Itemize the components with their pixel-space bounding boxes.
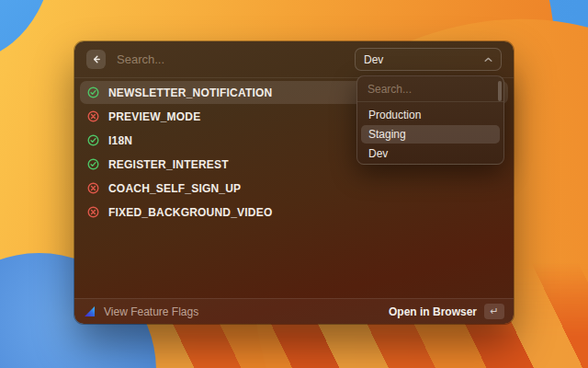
flag-label: PREVIEW_MODE [108, 110, 200, 123]
flag-enabled-check-icon [87, 158, 99, 170]
flag-label: FIXED_BACKGROUND_VIDEO [108, 206, 272, 219]
extension-logo-icon [84, 305, 96, 317]
flag-disabled-cross-icon [87, 206, 99, 218]
arrow-left-icon [91, 54, 101, 64]
chevron-up-icon [484, 57, 492, 63]
flag-enabled-check-icon [87, 86, 99, 98]
flag-label: COACH_SELF_SIGN_UP [108, 182, 241, 195]
feature-flag-row[interactable]: FIXED_BACKGROUND_VIDEO [80, 201, 508, 224]
environment-search-input[interactable]: Search... [357, 76, 503, 102]
extension-name-label: View Feature Flags [104, 305, 389, 318]
environment-option[interactable]: Production [361, 106, 500, 124]
environment-select-button[interactable]: Dev [355, 48, 502, 71]
return-key-icon: ↵ [484, 304, 504, 319]
open-in-browser-button[interactable]: Open in Browser ↵ [389, 304, 504, 319]
environment-options: ProductionStagingDev [357, 102, 503, 167]
desktop: Search... Dev NEWSLETTER_NOTIFICATIONPRE… [0, 0, 588, 368]
flag-disabled-cross-icon [87, 110, 99, 122]
dropdown-scrollbar[interactable] [498, 81, 502, 101]
open-in-browser-label: Open in Browser [389, 305, 477, 318]
footer: View Feature Flags Open in Browser ↵ [74, 298, 514, 324]
environment-option[interactable]: Staging [361, 125, 500, 144]
search-input[interactable]: Search... [117, 52, 355, 66]
environment-dropdown-menu: Search... ProductionStagingDev [356, 75, 504, 165]
feature-flag-row[interactable]: COACH_SELF_SIGN_UP [80, 177, 508, 200]
header: Search... Dev [74, 41, 514, 78]
flag-label: REGISTER_INTEREST [108, 158, 229, 171]
flag-enabled-check-icon [87, 134, 99, 146]
back-button[interactable] [86, 50, 106, 69]
flag-disabled-cross-icon [87, 182, 99, 194]
launcher-window: Search... Dev NEWSLETTER_NOTIFICATIONPRE… [74, 41, 514, 324]
flag-label: I18N [108, 134, 132, 147]
environment-select-value: Dev [364, 53, 383, 66]
flag-label: NEWSLETTER_NOTIFICATION [108, 86, 272, 99]
environment-option[interactable]: Dev [361, 144, 500, 163]
